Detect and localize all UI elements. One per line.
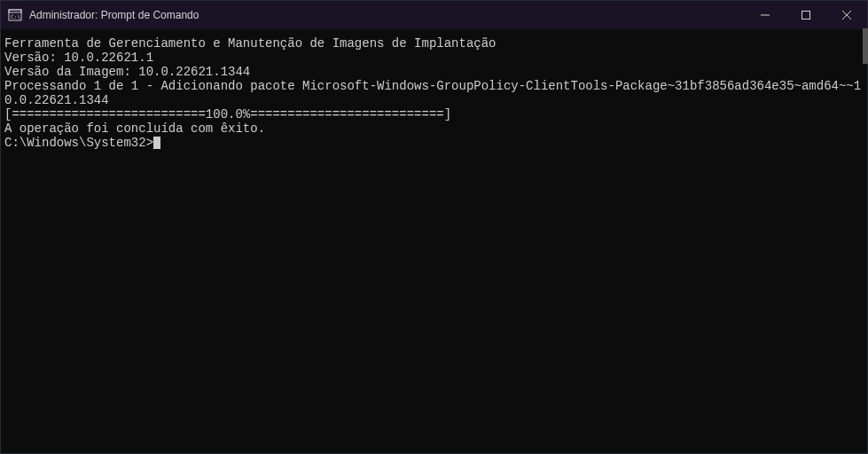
command-prompt-window: C:\ Administrador: Prompt de Comando: [0, 0, 868, 454]
cmd-icon: C:\: [8, 8, 22, 22]
svg-rect-4: [802, 12, 810, 20]
title-left: C:\ Administrador: Prompt de Comando: [8, 8, 199, 22]
output-line: Processando 1 de 1 - Adicionando pacote …: [4, 79, 864, 107]
cursor-icon: [153, 137, 160, 149]
progress-bar-line: [==========================100.0%=======…: [4, 107, 864, 121]
window-controls: [745, 1, 867, 29]
minimize-button[interactable]: [745, 1, 786, 29]
titlebar[interactable]: C:\ Administrador: Prompt de Comando: [1, 1, 867, 29]
scrollbar-thumb[interactable]: [863, 28, 868, 64]
terminal-output[interactable]: Ferramenta de Gerenciamento e Manutenção…: [1, 29, 867, 453]
svg-text:C:\: C:\: [11, 13, 20, 20]
output-line: Versão da Imagem: 10.0.22621.1344: [4, 65, 864, 79]
maximize-button[interactable]: [786, 1, 826, 29]
svg-rect-1: [9, 10, 21, 12]
output-line: Versão: 10.0.22621.1: [4, 51, 864, 65]
prompt-line: C:\Windows\System32>: [4, 136, 160, 150]
output-line: Ferramenta de Gerenciamento e Manutenção…: [4, 36, 864, 51]
close-button[interactable]: [826, 1, 867, 29]
output-line: A operação foi concluída com êxito.: [4, 121, 864, 136]
prompt-text: C:\Windows\System32>: [4, 136, 153, 150]
window-title: Administrador: Prompt de Comando: [29, 9, 199, 21]
